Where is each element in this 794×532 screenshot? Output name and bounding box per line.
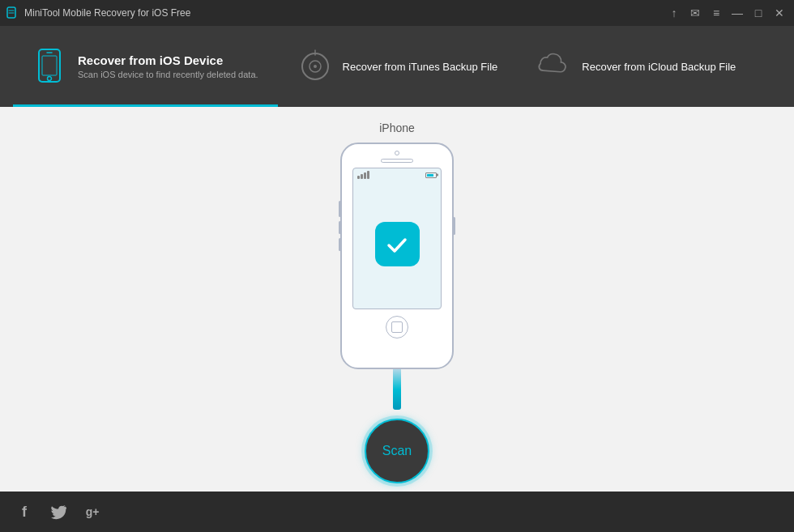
ios-device-text: Recover from iOS Device Scan iOS device …: [78, 53, 258, 79]
icloud-backup-text: Recover from iCloud Backup File: [582, 61, 736, 73]
header-nav: Recover from iOS Device Scan iOS device …: [0, 26, 794, 107]
ios-device-subtitle: Scan iOS device to find recently deleted…: [78, 70, 258, 79]
signal-bar-1: [357, 176, 360, 179]
maximize-btn[interactable]: □: [750, 5, 766, 21]
title-controls: ↑ ✉ ≡ — □ ✕: [666, 5, 788, 21]
usb-cable: [393, 369, 401, 410]
twitter-icon[interactable]: [47, 500, 70, 523]
minimize-btn[interactable]: —: [729, 5, 745, 21]
icloud-backup-icon: [536, 49, 572, 84]
battery-fill: [427, 174, 433, 177]
screen-topbar: [357, 171, 437, 179]
nav-item-itunes-backup[interactable]: Recover from iTunes Backup File: [278, 26, 518, 107]
check-icon: [375, 222, 420, 266]
iphone-camera: [395, 151, 399, 155]
upload-btn[interactable]: ↑: [666, 5, 682, 21]
title-left: MiniTool Mobile Recovery for iOS Free: [6, 6, 190, 21]
iphone-vol-up-btn: [339, 221, 341, 234]
menu-btn[interactable]: ≡: [708, 5, 724, 21]
signal-bars: [357, 171, 369, 179]
svg-point-9: [314, 65, 317, 68]
iphone-vol-down-btn: [339, 238, 341, 251]
signal-bar-3: [364, 172, 366, 179]
iphone-home-button: [386, 316, 408, 338]
battery-icon: [425, 172, 437, 178]
iphone-device: [340, 143, 454, 369]
scan-button[interactable]: Scan: [365, 419, 429, 483]
facebook-icon[interactable]: f: [13, 500, 36, 523]
svg-rect-6: [42, 56, 57, 75]
bottom-bar: f g+: [0, 492, 794, 532]
scan-button-label: Scan: [382, 444, 412, 458]
signal-bar-2: [361, 174, 363, 179]
ios-device-title: Recover from iOS Device: [78, 53, 258, 67]
itunes-backup-icon: [297, 49, 333, 84]
ios-device-icon: [32, 49, 68, 84]
icloud-backup-title: Recover from iCloud Backup File: [582, 61, 736, 73]
signal-bar-4: [367, 171, 369, 179]
iphone-mute-btn: [339, 201, 341, 217]
mail-btn[interactable]: ✉: [687, 5, 703, 21]
phone-illustration: [340, 143, 454, 410]
app-icon: [6, 6, 19, 21]
itunes-backup-text: Recover from iTunes Backup File: [343, 61, 498, 73]
title-bar: MiniTool Mobile Recovery for iOS Free ↑ …: [0, 0, 794, 26]
iphone-power-btn: [453, 217, 455, 235]
iphone-top: [342, 144, 452, 163]
close-btn[interactable]: ✕: [771, 5, 788, 21]
iphone-screen: [352, 168, 442, 309]
main-content: iPhone: [0, 107, 794, 492]
svg-point-5: [48, 77, 52, 81]
nav-item-icloud-backup[interactable]: Recover from iCloud Backup File: [517, 26, 755, 107]
app-title: MiniTool Mobile Recovery for iOS Free: [24, 7, 190, 19]
device-label: iPhone: [379, 121, 415, 134]
iphone-speaker: [381, 159, 413, 163]
googleplus-icon[interactable]: g+: [81, 500, 104, 523]
nav-item-ios-device[interactable]: Recover from iOS Device Scan iOS device …: [13, 26, 278, 107]
itunes-backup-title: Recover from iTunes Backup File: [343, 61, 498, 73]
iphone-home-inner: [391, 321, 403, 333]
